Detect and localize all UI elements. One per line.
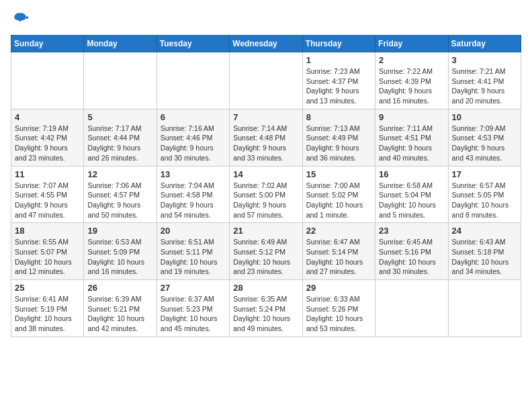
calendar-cell: 4Sunrise: 7:19 AM Sunset: 4:42 PM Daylig… [11, 109, 84, 166]
day-info: Sunrise: 7:02 AM Sunset: 5:00 PM Dayligh… [233, 181, 298, 220]
day-number: 5 [87, 112, 152, 122]
page-header [11, 11, 521, 30]
day-info: Sunrise: 7:22 AM Sunset: 4:39 PM Dayligh… [379, 66, 444, 106]
day-number: 9 [379, 112, 444, 122]
calendar-cell: 7Sunrise: 7:14 AM Sunset: 4:48 PM Daylig… [230, 109, 302, 166]
day-info: Sunrise: 6:53 AM Sunset: 5:09 PM Dayligh… [87, 237, 152, 277]
calendar-cell: 2Sunrise: 7:22 AM Sunset: 4:39 PM Daylig… [375, 52, 448, 109]
calendar-cell: 13Sunrise: 7:04 AM Sunset: 4:58 PM Dayli… [157, 166, 229, 223]
calendar-cell: 17Sunrise: 6:57 AM Sunset: 5:05 PM Dayli… [448, 166, 521, 223]
day-number: 24 [452, 226, 517, 236]
calendar-header-monday: Monday [84, 36, 157, 52]
calendar-header-tuesday: Tuesday [157, 36, 229, 52]
day-info: Sunrise: 6:47 AM Sunset: 5:14 PM Dayligh… [306, 237, 371, 277]
day-info: Sunrise: 6:35 AM Sunset: 5:24 PM Dayligh… [233, 294, 298, 334]
day-number: 27 [161, 283, 226, 293]
calendar-cell: 15Sunrise: 7:00 AM Sunset: 5:02 PM Dayli… [302, 166, 375, 223]
day-number: 11 [15, 169, 80, 179]
calendar-cell: 8Sunrise: 7:13 AM Sunset: 4:49 PM Daylig… [302, 109, 375, 166]
day-info: Sunrise: 6:58 AM Sunset: 5:04 PM Dayligh… [379, 181, 444, 220]
calendar-cell: 1Sunrise: 7:23 AM Sunset: 4:37 PM Daylig… [302, 52, 375, 109]
day-info: Sunrise: 7:09 AM Sunset: 4:53 PM Dayligh… [452, 124, 517, 163]
day-info: Sunrise: 7:19 AM Sunset: 4:42 PM Dayligh… [15, 124, 80, 163]
day-info: Sunrise: 7:06 AM Sunset: 4:57 PM Dayligh… [87, 181, 152, 220]
calendar-header-sunday: Sunday [11, 36, 84, 52]
day-number: 14 [233, 169, 298, 179]
calendar-cell: 27Sunrise: 6:37 AM Sunset: 5:23 PM Dayli… [157, 280, 229, 337]
logo-bird-icon [11, 11, 30, 30]
calendar-cell: 21Sunrise: 6:49 AM Sunset: 5:12 PM Dayli… [230, 223, 302, 280]
day-info: Sunrise: 7:23 AM Sunset: 4:37 PM Dayligh… [306, 66, 371, 106]
calendar-cell: 18Sunrise: 6:55 AM Sunset: 5:07 PM Dayli… [11, 223, 84, 280]
day-info: Sunrise: 7:07 AM Sunset: 4:55 PM Dayligh… [15, 181, 80, 220]
day-number: 1 [306, 55, 371, 65]
calendar-header-row: SundayMondayTuesdayWednesdayThursdayFrid… [11, 36, 521, 52]
day-info: Sunrise: 7:11 AM Sunset: 4:51 PM Dayligh… [379, 124, 444, 163]
day-number: 2 [379, 55, 444, 65]
calendar-cell: 9Sunrise: 7:11 AM Sunset: 4:51 PM Daylig… [375, 109, 448, 166]
day-info: Sunrise: 6:41 AM Sunset: 5:19 PM Dayligh… [15, 294, 80, 334]
day-number: 12 [87, 169, 152, 179]
calendar-cell: 26Sunrise: 6:39 AM Sunset: 5:21 PM Dayli… [84, 280, 157, 337]
day-number: 16 [379, 169, 444, 179]
day-info: Sunrise: 7:16 AM Sunset: 4:46 PM Dayligh… [161, 124, 226, 163]
calendar-cell: 19Sunrise: 6:53 AM Sunset: 5:09 PM Dayli… [84, 223, 157, 280]
calendar-cell: 20Sunrise: 6:51 AM Sunset: 5:11 PM Dayli… [157, 223, 229, 280]
logo [11, 11, 32, 30]
calendar-cell [11, 52, 84, 109]
calendar-cell [448, 280, 521, 337]
calendar-cell: 23Sunrise: 6:45 AM Sunset: 5:16 PM Dayli… [375, 223, 448, 280]
day-number: 13 [161, 169, 226, 179]
day-info: Sunrise: 6:57 AM Sunset: 5:05 PM Dayligh… [452, 181, 517, 220]
calendar-header-friday: Friday [375, 36, 448, 52]
calendar-header-saturday: Saturday [448, 36, 521, 52]
day-info: Sunrise: 7:21 AM Sunset: 4:41 PM Dayligh… [452, 66, 517, 106]
calendar-cell: 29Sunrise: 6:33 AM Sunset: 5:26 PM Dayli… [302, 280, 375, 337]
calendar-cell: 10Sunrise: 7:09 AM Sunset: 4:53 PM Dayli… [448, 109, 521, 166]
day-number: 17 [452, 169, 517, 179]
calendar-cell [230, 52, 302, 109]
day-number: 29 [306, 283, 371, 293]
calendar-cell: 28Sunrise: 6:35 AM Sunset: 5:24 PM Dayli… [230, 280, 302, 337]
day-info: Sunrise: 7:13 AM Sunset: 4:49 PM Dayligh… [306, 124, 371, 163]
calendar-week-row: 25Sunrise: 6:41 AM Sunset: 5:19 PM Dayli… [11, 280, 521, 337]
day-number: 20 [161, 226, 226, 236]
day-number: 4 [15, 112, 80, 122]
day-info: Sunrise: 7:17 AM Sunset: 4:44 PM Dayligh… [87, 124, 152, 163]
calendar-cell: 14Sunrise: 7:02 AM Sunset: 5:00 PM Dayli… [230, 166, 302, 223]
calendar-week-row: 11Sunrise: 7:07 AM Sunset: 4:55 PM Dayli… [11, 166, 521, 223]
day-number: 28 [233, 283, 298, 293]
calendar-cell [375, 280, 448, 337]
day-info: Sunrise: 6:45 AM Sunset: 5:16 PM Dayligh… [379, 237, 444, 277]
day-info: Sunrise: 6:39 AM Sunset: 5:21 PM Dayligh… [87, 294, 152, 334]
day-number: 3 [452, 55, 517, 65]
calendar-week-row: 18Sunrise: 6:55 AM Sunset: 5:07 PM Dayli… [11, 223, 521, 280]
calendar-cell: 5Sunrise: 7:17 AM Sunset: 4:44 PM Daylig… [84, 109, 157, 166]
calendar-week-row: 1Sunrise: 7:23 AM Sunset: 4:37 PM Daylig… [11, 52, 521, 109]
day-number: 6 [161, 112, 226, 122]
calendar-cell: 24Sunrise: 6:43 AM Sunset: 5:18 PM Dayli… [448, 223, 521, 280]
day-number: 15 [306, 169, 371, 179]
day-info: Sunrise: 7:04 AM Sunset: 4:58 PM Dayligh… [161, 181, 226, 220]
calendar-table: SundayMondayTuesdayWednesdayThursdayFrid… [11, 35, 521, 337]
day-number: 7 [233, 112, 298, 122]
day-info: Sunrise: 6:43 AM Sunset: 5:18 PM Dayligh… [452, 237, 517, 277]
day-info: Sunrise: 6:51 AM Sunset: 5:11 PM Dayligh… [161, 237, 226, 277]
day-number: 26 [87, 283, 152, 293]
day-number: 18 [15, 226, 80, 236]
day-number: 23 [379, 226, 444, 236]
day-number: 8 [306, 112, 371, 122]
day-info: Sunrise: 6:55 AM Sunset: 5:07 PM Dayligh… [15, 237, 80, 277]
day-number: 22 [306, 226, 371, 236]
calendar-header-thursday: Thursday [302, 36, 375, 52]
calendar-cell: 6Sunrise: 7:16 AM Sunset: 4:46 PM Daylig… [157, 109, 229, 166]
day-number: 19 [87, 226, 152, 236]
day-info: Sunrise: 7:00 AM Sunset: 5:02 PM Dayligh… [306, 181, 371, 220]
day-info: Sunrise: 6:49 AM Sunset: 5:12 PM Dayligh… [233, 237, 298, 277]
calendar-header-wednesday: Wednesday [230, 36, 302, 52]
calendar-cell [84, 52, 157, 109]
day-number: 25 [15, 283, 80, 293]
day-info: Sunrise: 7:14 AM Sunset: 4:48 PM Dayligh… [233, 124, 298, 163]
calendar-cell: 22Sunrise: 6:47 AM Sunset: 5:14 PM Dayli… [302, 223, 375, 280]
calendar-cell: 25Sunrise: 6:41 AM Sunset: 5:19 PM Dayli… [11, 280, 84, 337]
